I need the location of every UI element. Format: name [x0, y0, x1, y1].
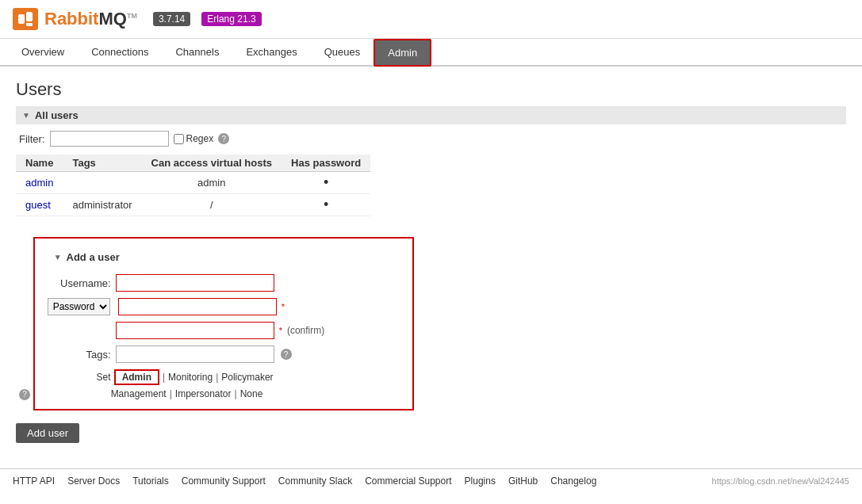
user-password-cell: • [282, 172, 370, 194]
footer-commercial-support[interactable]: Commercial Support [365, 475, 451, 487]
users-table: Name Tags Can access virtual hosts Has p… [16, 155, 370, 216]
footer-changelog[interactable]: Changelog [550, 475, 596, 487]
tag-buttons-row-1: Set Admin | Monitoring | Policymaker [48, 369, 400, 385]
filter-input[interactable] [50, 131, 169, 147]
user-vhost-cell: / [142, 194, 282, 216]
tags-input[interactable] [116, 346, 274, 363]
password-type-select[interactable]: Password Hashed [48, 298, 110, 315]
tags-row: Tags: ? [48, 346, 400, 363]
footer-url: https://blog.csdn.net/newVal242445 [712, 476, 849, 486]
footer-community-support[interactable]: Community Support [182, 475, 266, 487]
tags-label: Tags: [48, 349, 111, 361]
add-user-section: ▼ Add a user Username: Password Hashed * [33, 237, 414, 410]
confirm-password-input[interactable] [116, 322, 274, 339]
navigation: Overview Connections Channels Exchanges … [0, 39, 862, 67]
table-header-row: Name Tags Can access virtual hosts Has p… [16, 155, 370, 172]
user-vhost-cell: admin [142, 172, 282, 194]
username-row: Username: [48, 274, 400, 292]
tag-link-monitoring[interactable]: Monitoring [168, 372, 213, 383]
user-tags-cell: administrator [63, 194, 141, 216]
add-user-triangle[interactable]: ▼ [54, 253, 62, 262]
regex-help-btn[interactable]: ? [218, 133, 229, 144]
add-user-header: ▼ Add a user [48, 248, 400, 266]
filter-row: Filter: Regex ? [16, 131, 846, 147]
tag-link-policymaker[interactable]: Policymaker [221, 372, 273, 383]
tag-buttons-row-2: Management | Impersonator | None [48, 388, 400, 399]
filter-label: Filter: [19, 133, 45, 145]
footer-http-api[interactable]: HTTP API [13, 475, 55, 487]
sep-2: | [216, 372, 218, 383]
col-has-password: Has password [282, 155, 370, 172]
footer-plugins[interactable]: Plugins [465, 475, 496, 487]
username-input[interactable] [116, 274, 274, 292]
sep-4: | [235, 388, 237, 399]
svg-rect-0 [18, 14, 25, 24]
header: RabbitMQTM 3.7.14 Erlang 21.3 [0, 0, 862, 39]
regex-checkbox[interactable] [174, 134, 184, 144]
version-badge: 3.7.14 [153, 12, 190, 26]
nav-queues[interactable]: Queues [311, 39, 374, 67]
col-name: Name [16, 155, 63, 172]
erlang-badge: Erlang 21.3 [201, 12, 261, 26]
user-link-guest[interactable]: guest [25, 199, 51, 211]
footer-tutorials[interactable]: Tutorials [132, 475, 169, 487]
nav-exchanges[interactable]: Exchanges [232, 39, 310, 67]
nav-overview[interactable]: Overview [8, 39, 78, 67]
nav-connections[interactable]: Connections [78, 39, 162, 67]
footer-github[interactable]: GitHub [508, 475, 538, 487]
password-input[interactable] [118, 298, 277, 315]
table-row: guest administrator / • [16, 194, 370, 216]
all-users-label: All users [35, 109, 79, 121]
footer-server-docs[interactable]: Server Docs [67, 475, 120, 487]
confirm-label: (confirm) [287, 325, 324, 336]
logo: RabbitMQTM 3.7.14 Erlang 21.3 [13, 8, 262, 30]
tag-btn-admin[interactable]: Admin [114, 369, 159, 385]
nav-admin[interactable]: Admin [374, 39, 431, 67]
col-virtual-hosts: Can access virtual hosts [142, 155, 282, 172]
set-label: Set [48, 372, 111, 383]
required-star-1: * [282, 302, 285, 311]
password-select-wrap: Password Hashed [48, 298, 113, 315]
table-row: admin admin • [16, 172, 370, 194]
tags-help-btn[interactable]: ? [281, 349, 292, 360]
confirm-row: * (confirm) [48, 322, 400, 339]
collapse-triangle[interactable]: ▼ [22, 111, 30, 120]
user-tags-cell [63, 172, 141, 194]
user-name-cell: admin [16, 172, 63, 194]
main-content: Users ▼ All users Filter: Regex ? Name T… [0, 67, 862, 468]
add-user-label: Add a user [67, 251, 120, 263]
logo-icon [13, 8, 38, 30]
sep-3: | [170, 388, 172, 399]
svg-rect-2 [26, 23, 33, 26]
sep-1: | [163, 372, 165, 383]
username-label: Username: [48, 277, 111, 289]
tag-link-none[interactable]: None [240, 388, 263, 399]
footer-community-slack[interactable]: Community Slack [278, 475, 352, 487]
table-help-btn[interactable]: ? [19, 389, 30, 400]
logo-tm: TM [127, 12, 137, 20]
user-name-cell: guest [16, 194, 63, 216]
password-dot: • [324, 174, 328, 190]
svg-rect-1 [26, 12, 33, 21]
required-star-2: * [279, 326, 282, 335]
col-tags: Tags [63, 155, 141, 172]
footer: HTTP API Server Docs Tutorials Community… [0, 468, 862, 493]
regex-check: Regex [174, 133, 214, 144]
logo-text: RabbitMQTM [44, 9, 137, 29]
password-row: Password Hashed * [48, 298, 400, 315]
nav-channels[interactable]: Channels [162, 39, 232, 67]
page-title: Users [16, 79, 846, 100]
tag-link-impersonator[interactable]: Impersonator [175, 388, 232, 399]
tag-link-management[interactable]: Management [111, 388, 167, 399]
add-user-button[interactable]: Add user [16, 423, 79, 443]
all-users-header: ▼ All users [16, 106, 846, 124]
user-password-cell: • [282, 194, 370, 216]
user-link-admin[interactable]: admin [25, 177, 53, 189]
password-dot: • [324, 197, 328, 212]
regex-label: Regex [186, 133, 214, 144]
